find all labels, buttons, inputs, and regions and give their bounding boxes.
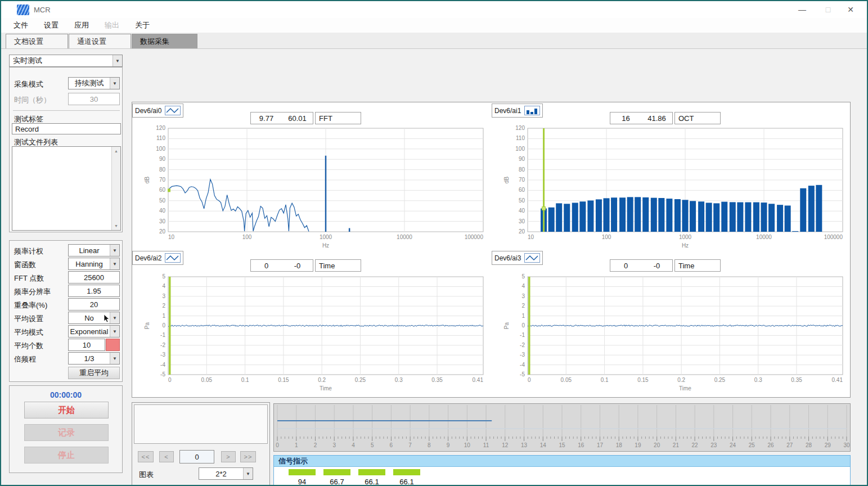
mcr-application-window: { "window": { "title": "MCR", "minimize"…: [0, 0, 868, 486]
svg-text:110: 110: [516, 135, 525, 141]
setting-field-4[interactable]: 1.95: [68, 285, 120, 297]
window-title: MCR: [34, 6, 51, 14]
setting-select-7[interactable]: Exponential▼: [68, 325, 120, 338]
chart-cell-4: 0-0TimeDev6/ai3543210-1-2-3-4-500.050.10…: [492, 251, 851, 398]
svg-text:1: 1: [295, 442, 298, 448]
page-last-button[interactable]: >>: [240, 451, 256, 462]
setting-label-6: 平均设置: [14, 314, 43, 324]
setting-label-4: 频率分辨率: [14, 287, 51, 297]
svg-text:5: 5: [371, 442, 374, 448]
setting-select-9[interactable]: 1/3▼: [68, 352, 120, 364]
scroll-up-icon[interactable]: ▲: [112, 147, 120, 155]
svg-text:7: 7: [408, 442, 412, 448]
tab-3[interactable]: 数据采集: [132, 34, 197, 48]
chevron-down-icon: ▼: [110, 353, 119, 364]
svg-text:Time: Time: [320, 385, 332, 392]
svg-text:0: 0: [521, 322, 525, 328]
menu-item-2[interactable]: 设置: [36, 18, 66, 33]
svg-text:70: 70: [159, 177, 166, 183]
menu-item-3[interactable]: 应用: [66, 18, 97, 33]
svg-text:40: 40: [519, 208, 525, 214]
setting-select-1[interactable]: Linear▼: [68, 244, 120, 256]
svg-text:Hz: Hz: [682, 242, 689, 249]
svg-text:26: 26: [768, 442, 775, 448]
svg-text:Hz: Hz: [322, 242, 329, 249]
svg-text:0: 0: [168, 377, 172, 383]
setting-field-8[interactable]: 10: [68, 339, 105, 351]
svg-text:0.3: 0.3: [395, 377, 403, 383]
setting-field-3[interactable]: 25600: [68, 271, 120, 284]
svg-text:2: 2: [162, 303, 165, 309]
svg-text:1: 1: [162, 313, 165, 319]
tab-2[interactable]: 通道设置: [69, 34, 131, 48]
svg-text:6: 6: [390, 442, 393, 448]
svg-text:90: 90: [519, 156, 525, 162]
scroll-down-icon[interactable]: ▼: [112, 222, 120, 230]
svg-text:0.15: 0.15: [637, 377, 649, 383]
plot-area-Dev6-ai3[interactable]: 543210-1-2-3-4-500.050.10.150.20.250.30.…: [492, 251, 851, 398]
svg-text:30: 30: [843, 442, 850, 448]
measure-mode-select[interactable]: 实时测试 ▼: [9, 55, 123, 67]
setting-label-5: 重叠率(%): [14, 300, 47, 310]
svg-text:30: 30: [519, 218, 525, 224]
svg-text:23: 23: [710, 442, 717, 448]
svg-text:-4: -4: [160, 362, 165, 368]
plot-area-Dev6-ai0[interactable]: 1201101009080706050403020101001000100001…: [132, 104, 492, 251]
menu-item-5[interactable]: 关于: [127, 18, 158, 33]
svg-text:20: 20: [159, 228, 166, 235]
svg-text:40: 40: [159, 208, 166, 214]
page-number-field[interactable]: 0: [179, 450, 214, 464]
close-button[interactable]: ✕: [838, 1, 863, 18]
minimize-button[interactable]: —: [789, 1, 815, 18]
stop-button[interactable]: 停止: [24, 447, 109, 464]
chevron-down-icon: ▼: [110, 326, 119, 337]
svg-text:100000: 100000: [824, 234, 843, 240]
svg-text:-5: -5: [520, 371, 525, 377]
svg-text:20: 20: [519, 228, 525, 235]
tab-1[interactable]: 文档设置: [6, 34, 68, 48]
chevron-down-icon: ▼: [110, 258, 119, 269]
menu-item-1[interactable]: 文件: [6, 18, 36, 33]
setting-label-7: 平均模式: [14, 327, 43, 338]
svg-text:80: 80: [519, 166, 525, 173]
svg-text:11: 11: [483, 442, 489, 448]
chevron-down-icon: ▼: [110, 312, 119, 323]
svg-text:0.35: 0.35: [431, 377, 443, 383]
page-next-button[interactable]: >: [221, 451, 236, 462]
svg-text:110: 110: [156, 135, 165, 141]
svg-text:3: 3: [521, 293, 525, 299]
svg-text:1000: 1000: [679, 234, 692, 240]
svg-text:10: 10: [464, 442, 471, 448]
time-seconds-field[interactable]: 30: [68, 93, 120, 105]
acq-mode-select[interactable]: 持续测试 ▼: [68, 77, 120, 89]
svg-text:9: 9: [447, 442, 450, 448]
plot-area-Dev6-ai1[interactable]: 1201101009080706050403020101001000100001…: [492, 104, 851, 251]
chart-grid-label: 图表: [139, 470, 154, 480]
scrollbar[interactable]: ▲ ▼: [111, 147, 120, 230]
svg-text:4: 4: [521, 283, 525, 289]
test-file-list[interactable]: ▲ ▼: [12, 146, 121, 231]
test-label-input[interactable]: [12, 123, 121, 134]
setting-label-3: FFT 点数: [14, 273, 44, 284]
setting-select-2[interactable]: Hanning▼: [68, 258, 120, 270]
timeline-ruler[interactable]: 0123456789101112131415161718192021222324…: [274, 404, 850, 451]
chart-grid-select[interactable]: 2*2 ▼: [199, 467, 253, 480]
acq-mode-label: 采集模式: [14, 79, 43, 89]
restart-average-button[interactable]: 重启平均: [68, 367, 120, 379]
setting-label-8: 平均个数: [14, 341, 43, 351]
svg-text:8: 8: [428, 442, 431, 448]
svg-text:0: 0: [528, 377, 531, 383]
page-prev-button[interactable]: <: [159, 451, 174, 462]
setting-select-6[interactable]: No▼: [68, 312, 120, 324]
page-first-button[interactable]: <<: [138, 451, 154, 462]
signal-panel-title: 信号指示: [274, 456, 850, 467]
record-button[interactable]: 记录: [24, 424, 109, 441]
record-timeline[interactable]: 0123456789101112131415161718192021222324…: [273, 403, 851, 452]
level-value-ch2: 66.7: [323, 478, 350, 486]
svg-text:25: 25: [749, 442, 755, 448]
setting-field-5[interactable]: 20: [68, 298, 120, 310]
level-value-ch4: 66.1: [393, 478, 420, 486]
svg-text:29: 29: [825, 442, 831, 448]
start-button[interactable]: 开始: [24, 402, 109, 418]
plot-area-Dev6-ai2[interactable]: 543210-1-2-3-4-500.050.10.150.20.250.30.…: [132, 251, 492, 398]
